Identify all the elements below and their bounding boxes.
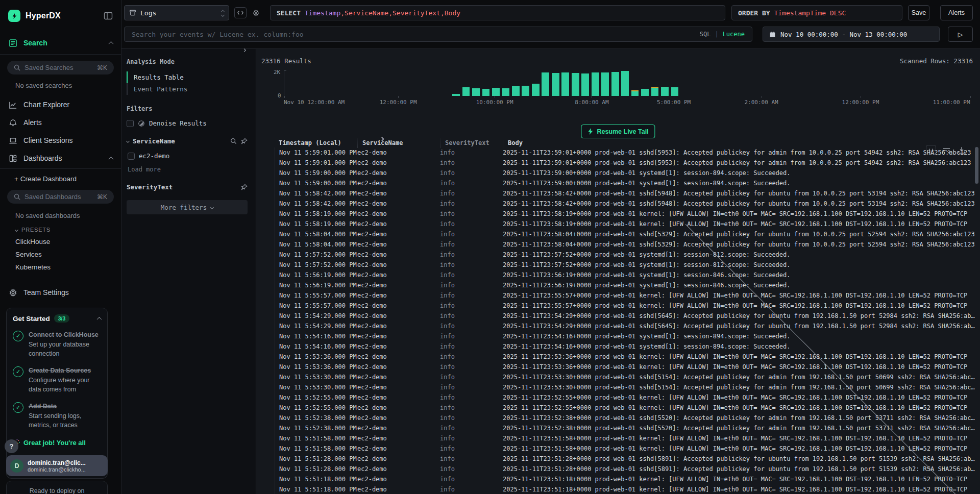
filter-group-servicename[interactable]: ServiceName [127, 137, 248, 145]
histogram-bar[interactable] [651, 87, 659, 96]
order-by-input[interactable]: ORDER BY TimestampTime DESC [731, 5, 902, 20]
histogram-bar[interactable] [581, 73, 589, 96]
sidebar-item-dashboards[interactable]: Dashboards [0, 152, 121, 164]
filter-option-ec2-demo[interactable]: ec2-demo [128, 152, 248, 160]
sidebar-item-alerts[interactable]: Alerts [0, 116, 121, 129]
resume-live-tail-button[interactable]: Resume Live Tail [581, 125, 655, 138]
histogram-bar[interactable] [611, 72, 619, 96]
histogram-bar[interactable] [532, 84, 540, 96]
lucene-toggle[interactable]: Lucene [723, 31, 745, 38]
table-row[interactable]: Nov 11 5:56:19.000 PMec2-demoinfo2025-11… [256, 280, 980, 290]
presets-section-toggle[interactable]: PRESETS [15, 227, 121, 233]
alerts-button[interactable]: Alerts [940, 5, 973, 20]
event-search-input[interactable]: Search your events w/ Lucene ex. column:… [124, 27, 752, 42]
cell-severitytext: info [440, 292, 503, 299]
sidebar-item-client-sessions[interactable]: Client Sessions [0, 134, 121, 146]
denoise-results-option[interactable]: Denoise Results [127, 119, 248, 127]
table-row[interactable]: Nov 11 5:58:42.000 PMec2-demoinfo2025-11… [256, 199, 980, 209]
chevron-up-icon[interactable] [97, 316, 102, 322]
source-settings-gear-icon[interactable] [250, 7, 262, 18]
preset-item[interactable]: ClickHouse [15, 238, 121, 245]
histogram-bar[interactable] [512, 86, 520, 96]
table-row[interactable]: Nov 11 5:58:04.000 PMec2-demoinfo2025-11… [256, 239, 980, 250]
search-icon [14, 64, 20, 71]
source-select[interactable]: Logs [124, 5, 229, 20]
get-started-item[interactable]: ✓ Connect to ClickHouse Set up your data… [13, 330, 101, 358]
histogram-bar-info-segment [482, 89, 490, 96]
get-started-item[interactable]: ✓ Add Data Start sending logs, metrics, … [13, 401, 101, 430]
histogram-bar[interactable] [492, 88, 500, 96]
pin-icon[interactable] [241, 184, 248, 190]
table-row[interactable]: Nov 11 5:57:52.000 PMec2-demoinfo2025-11… [256, 260, 980, 270]
col-header-body[interactable]: Body [503, 138, 980, 147]
mode-results-table[interactable]: Results Table [127, 71, 248, 83]
pin-icon[interactable] [241, 138, 248, 144]
create-dashboard-button[interactable]: + Create Dashboard [14, 175, 121, 183]
histogram-bar[interactable] [561, 72, 569, 96]
histogram-bar[interactable] [592, 72, 599, 96]
col-header-servicename[interactable]: ServiceName [357, 138, 440, 147]
histogram-bar[interactable] [542, 72, 549, 96]
date-range-picker[interactable]: Nov 10 00:00:00 - Nov 13 00:00:00 [763, 27, 940, 42]
saved-dashboards-input[interactable]: Saved Dashboards ⌘K [7, 190, 114, 204]
table-row[interactable]: Nov 11 5:59:01.000 PMec2-demoinfo2025-11… [256, 147, 980, 158]
histogram-bar[interactable] [462, 87, 470, 96]
chevron-up-icon[interactable] [109, 41, 114, 46]
sidebar-collapse-icon[interactable] [104, 11, 113, 20]
save-button[interactable]: Save [908, 5, 929, 20]
sidebar-item-chart-explorer[interactable]: Chart Explorer [0, 98, 121, 111]
table-row[interactable]: Nov 11 5:58:42.000 PMec2-demoinfo2025-11… [256, 188, 980, 199]
histogram-bar[interactable] [621, 71, 629, 96]
search-icon[interactable] [230, 138, 237, 144]
table-row[interactable]: Nov 11 5:58:19.000 PMec2-demoinfo2025-11… [256, 209, 980, 219]
histogram-bar[interactable] [661, 87, 669, 96]
chevron-up-icon[interactable] [109, 156, 114, 161]
help-button[interactable]: ? [5, 439, 18, 453]
download-button[interactable] [957, 145, 967, 155]
table-row[interactable]: Nov 11 5:59:00.000 PMec2-demoinfo2025-11… [256, 168, 980, 178]
table-row[interactable]: Nov 11 5:57:52.000 PMec2-demoinfo2025-11… [256, 250, 980, 260]
view-source-code-button[interactable] [926, 145, 936, 155]
table-row[interactable]: Nov 11 5:59:00.000 PMec2-demoinfo2025-11… [256, 178, 980, 188]
user-menu[interactable]: D dominic.tran@clic... dominic.tran@clic… [6, 455, 108, 476]
filter-group-severitytext[interactable]: SeverityText [127, 183, 248, 191]
table-row[interactable]: Nov 11 5:58:19.000 PMec2-demoinfo2025-11… [256, 219, 980, 229]
get-started-item[interactable]: ✓ Create Data Sources Configure where yo… [13, 365, 101, 394]
select-columns-input[interactable]: SELECT Timestamp ,ServiceName,SeverityTe… [270, 5, 725, 20]
x-axis-tick [398, 96, 399, 98]
sql-toggle[interactable]: SQL [700, 31, 711, 38]
preset-item[interactable]: Services [15, 251, 121, 258]
histogram-bar[interactable] [601, 72, 609, 96]
saved-searches-input[interactable]: Saved Searches ⌘K [7, 61, 114, 75]
chart-plot[interactable] [284, 70, 973, 96]
histogram-bar[interactable] [631, 90, 639, 96]
table-row[interactable]: Nov 11 5:56:19.000 PMec2-demoinfo2025-11… [256, 270, 980, 280]
col-header-timestamp[interactable]: Timestamp (Local) [275, 138, 357, 147]
table-row[interactable]: Nov 11 5:59:01.000 PMec2-demoinfo2025-11… [256, 158, 980, 168]
histogram-bar[interactable] [502, 88, 510, 96]
ec2-demo-checkbox[interactable] [128, 153, 135, 160]
more-filters-button[interactable]: More filters [127, 200, 248, 214]
histogram-bar[interactable] [671, 87, 679, 96]
histogram-bar[interactable] [552, 73, 559, 96]
load-more-button[interactable]: Load more [128, 166, 248, 173]
run-query-button[interactable]: ▷ [948, 27, 973, 42]
preset-item[interactable]: Kubernetes [15, 263, 121, 271]
col-header-severitytext[interactable]: SeverityText [440, 138, 503, 147]
sidebar-item-search[interactable]: Search [0, 37, 121, 49]
query-language-toggle[interactable]: SQL | Lucene [700, 31, 745, 38]
histogram-bar[interactable] [641, 89, 649, 96]
code-toggle-button[interactable] [234, 7, 247, 18]
histogram-bar[interactable] [482, 89, 490, 96]
events-histogram[interactable]: 2K 0 Nov 10 12:00:00 AM12:00:00 PM10:00:… [261, 70, 973, 108]
denoise-checkbox[interactable] [127, 120, 134, 127]
table-row[interactable]: Nov 11 5:58:04.000 PMec2-demoinfo2025-11… [256, 229, 980, 239]
histogram-bar[interactable] [572, 73, 579, 96]
mode-event-patterns[interactable]: Event Patterns [127, 83, 248, 95]
wrap-lines-button[interactable] [941, 145, 951, 155]
histogram-bar[interactable] [522, 86, 529, 96]
histogram-bar[interactable] [472, 88, 480, 96]
avatar: D [10, 459, 23, 473]
sidebar-item-team-settings[interactable]: Team Settings [0, 286, 121, 299]
table-scrollbar[interactable] [975, 147, 978, 184]
